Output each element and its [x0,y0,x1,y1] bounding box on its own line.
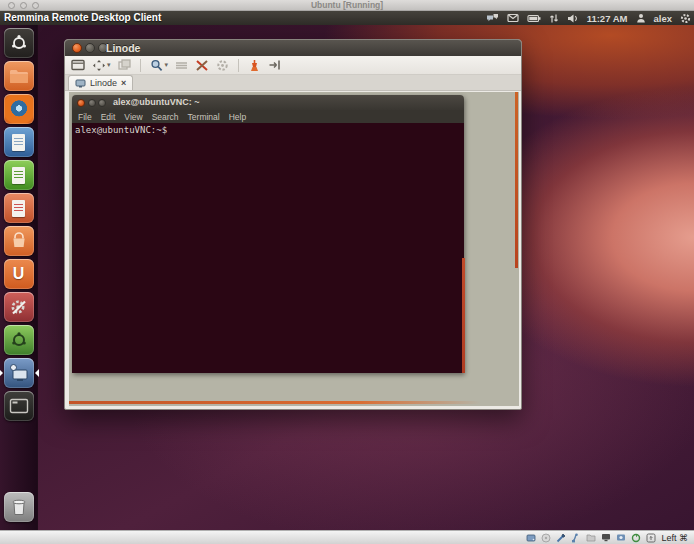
remmina-toolbar: ▾ ▾ [65,56,521,75]
user-icon[interactable] [636,13,646,23]
preferences-gear-icon[interactable] [216,59,229,72]
launcher-item-home-folder[interactable] [4,61,34,91]
virtualbox-titlebar: Ubuntu [Running] [0,0,694,11]
username[interactable]: alex [654,13,673,24]
tools-icon[interactable] [195,59,209,72]
tab-label: Linode [90,78,117,88]
network-icon[interactable] [556,533,566,543]
launcher-item-system-settings[interactable] [4,292,34,322]
remote-terminal-window[interactable]: alex@ubuntuVNC: ~ File Edit View Search … [72,95,464,373]
magnifier-icon[interactable]: ▾ [150,59,169,72]
indicator-area: 11:27 AM alex [486,11,691,25]
remote-wallpaper-sliver [69,401,481,404]
launcher-item-green-app[interactable] [4,325,34,355]
display-icon[interactable] [601,533,611,542]
ubuntu-logo-dark-icon [10,331,28,349]
network-updown-icon[interactable] [549,13,559,24]
virtualbox-statusbar: Left ⌘ [0,530,694,544]
active-app-arrow-right [35,369,39,377]
shell-prompt: alex@ubuntuVNC:~$ [75,125,167,135]
terminal-close-icon[interactable] [77,99,85,107]
screen: Ubuntu [Running] Remmina Remote Desktop … [0,0,694,544]
window-close-icon[interactable] [72,43,82,53]
folder-icon [9,68,29,84]
hard-disks-icon[interactable] [526,533,536,543]
remote-wallpaper-sliver [462,258,465,373]
menu-search[interactable]: Search [152,112,179,122]
writer-document-icon [12,134,25,151]
clock[interactable]: 11:27 AM [587,13,628,24]
menu-terminal[interactable]: Terminal [188,112,220,122]
menu-view[interactable]: View [124,112,142,122]
launcher-item-firefox[interactable] [4,94,34,124]
impress-presentation-icon [12,200,25,217]
messaging-icon[interactable] [486,13,499,24]
launcher-item-libreoffice-calc[interactable] [4,160,34,190]
host-key-label: Left ⌘ [661,533,688,543]
launcher-item-libreoffice-writer[interactable] [4,127,34,157]
session-gear-icon[interactable] [680,13,691,24]
traffic-lights[interactable] [8,2,39,9]
tab-linode[interactable]: Linode × [68,75,133,90]
shopping-bag-icon [10,232,28,250]
remmina-window-title: Linode [106,40,140,56]
scaled-mode-icon[interactable] [118,59,131,71]
connection-tab-icon [75,79,86,88]
remmina-viewport: alex@ubuntuVNC: ~ File Edit View Search … [67,91,519,407]
minimize-pin-icon[interactable] [268,59,281,71]
launcher-item-ubuntu-one[interactable]: U [4,259,34,289]
minimize-icon[interactable] [20,2,27,9]
ubuntu-one-icon: U [13,259,25,289]
terminal-icon [9,398,29,414]
ubuntu-logo-icon [10,34,28,52]
gear-wrench-icon [9,297,29,317]
mail-icon[interactable] [507,13,519,23]
video-capture-icon[interactable] [616,533,626,542]
ubuntu-top-panel: Remmina Remote Desktop Client 11:27 AM a… [0,11,694,25]
terminal-title: alex@ubuntuVNC: ~ [113,95,200,110]
terminal-titlebar[interactable]: alex@ubuntuVNC: ~ [72,95,464,110]
remmina-titlebar[interactable]: Linode [65,40,521,56]
vm-window-title: Ubuntu [Running] [0,0,694,10]
terminal-output[interactable]: alex@ubuntuVNC:~$ [72,123,464,373]
remote-desktop-icon [8,363,30,383]
toolbar-separator [238,59,239,72]
calc-spreadsheet-icon [12,167,25,184]
tab-close-icon[interactable]: × [121,78,126,88]
fullscreen-icon[interactable] [71,59,85,71]
grab-keyboard-icon[interactable] [175,60,188,71]
usb-icon[interactable] [571,533,581,543]
trash-icon [10,497,28,517]
window-minimize-icon[interactable] [85,43,95,53]
launcher-item-terminal[interactable] [4,391,34,421]
keyboard-icon[interactable] [646,533,656,543]
features-icon[interactable] [631,533,641,543]
active-app-arrow-left [0,369,3,377]
resize-window-icon[interactable]: ▾ [92,59,111,72]
remmina-window: Linode ▾ ▾ [64,39,522,410]
optical-drives-icon[interactable] [541,533,551,543]
volume-icon[interactable] [567,13,579,24]
terminal-minimize-icon[interactable] [88,99,96,107]
menu-edit[interactable]: Edit [101,112,116,122]
unity-launcher: U [0,25,38,530]
battery-icon[interactable] [527,14,541,23]
remmina-tabbar: Linode × [65,75,521,91]
close-icon[interactable] [8,2,15,9]
launcher-item-ubuntu-software-center[interactable] [4,226,34,256]
menu-file[interactable]: File [78,112,92,122]
disconnect-plug-icon[interactable] [248,59,261,72]
launcher-item-trash[interactable] [4,492,34,522]
launcher-item-remmina[interactable] [4,358,34,388]
remote-wallpaper-sliver [515,92,518,268]
zoom-icon[interactable] [32,2,39,9]
launcher-item-dash-home[interactable] [4,28,34,58]
terminal-menubar: File Edit View Search Terminal Help [72,110,464,123]
shared-folders-icon[interactable] [586,533,596,542]
toolbar-separator [140,59,141,72]
terminal-maximize-icon[interactable] [98,99,106,107]
remote-vnc-screen[interactable]: alex@ubuntuVNC: ~ File Edit View Search … [69,92,519,406]
menu-help[interactable]: Help [229,112,246,122]
launcher-item-libreoffice-impress[interactable] [4,193,34,223]
